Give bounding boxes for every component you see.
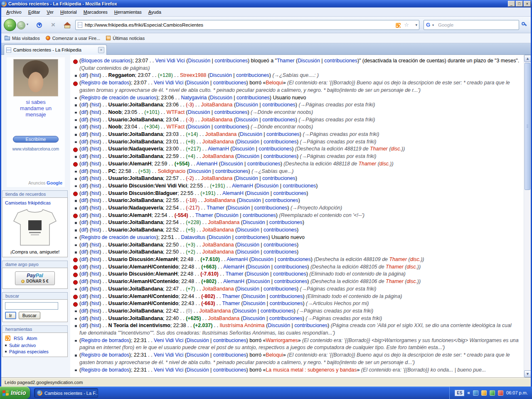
link[interactable]: contribuciones: [236, 95, 270, 101]
red-link[interactable]: JoitaBandana: [204, 197, 236, 203]
link[interactable]: Registro de creación de usuarios: [81, 95, 156, 101]
tab-close-button[interactable]: ×: [98, 47, 104, 53]
link[interactable]: Discusión: [188, 58, 210, 64]
comment-link[interactable]: disc.: [379, 161, 390, 167]
link[interactable]: Discusión: [221, 161, 243, 167]
red-link[interactable]: Warriorgames: [266, 337, 298, 343]
link[interactable]: dif: [81, 315, 86, 321]
link[interactable]: AlemanH: [232, 183, 253, 189]
link[interactable]: Discusión: [247, 190, 269, 196]
link[interactable]: hist: [91, 72, 99, 78]
menu-ver[interactable]: Ver: [43, 8, 57, 16]
link[interactable]: dif: [81, 308, 86, 314]
link[interactable]: dif: [81, 212, 86, 218]
comment-link[interactable]: Thamer: [358, 161, 376, 167]
link[interactable]: hist: [91, 227, 99, 233]
search-go-button-sidebar[interactable]: Ir: [5, 312, 16, 319]
link[interactable]: contribuciones: [264, 249, 297, 255]
page-link[interactable]: Noob: [108, 109, 122, 115]
link[interactable]: contribuciones: [262, 117, 296, 123]
page-link[interactable]: Teoría del incentivismo: [113, 323, 170, 328]
link[interactable]: AlemanH: [222, 190, 244, 196]
menu-historial[interactable]: Historial: [57, 8, 80, 16]
search-box[interactable]: G ▾ Google: [424, 20, 519, 30]
link[interactable]: AlemanH: [227, 256, 248, 262]
comment-link[interactable]: disc.: [406, 264, 417, 270]
link[interactable]: Discusión: [236, 102, 258, 108]
red-link[interactable]: JoitaBandana: [202, 286, 234, 292]
link[interactable]: Discusión: [188, 124, 210, 130]
menu-archivo[interactable]: Archivo: [3, 8, 25, 16]
url-input[interactable]: [85, 21, 376, 29]
link[interactable]: hist: [91, 190, 99, 196]
tray-expand-chevron[interactable]: «: [467, 390, 470, 396]
link[interactable]: AlemanH: [208, 146, 229, 152]
ad-button[interactable]: Escribíme: [13, 136, 59, 143]
search-full-button[interactable]: Buscar: [19, 312, 40, 319]
link[interactable]: dif: [81, 278, 86, 284]
link[interactable]: dif: [81, 131, 86, 137]
link[interactable]: Thamer: [226, 271, 244, 277]
page-link[interactable]: Usuario:JoitaBandana: [108, 102, 163, 108]
red-link[interactable]: Streex1988: [180, 72, 206, 78]
language-indicator[interactable]: ES: [455, 390, 464, 396]
comment-link[interactable]: Thamer: [370, 146, 388, 152]
link[interactable]: contribuciones: [259, 146, 292, 152]
bookmark-comenzar[interactable]: Comenzar a usar Fire...: [46, 36, 101, 41]
link[interactable]: Thamer: [277, 58, 295, 64]
link[interactable]: Discusión: [189, 168, 211, 174]
red-link[interactable]: La musica metal : subgeneros y bandas: [266, 367, 357, 373]
link[interactable]: Datavoltus: [181, 234, 206, 240]
page-link[interactable]: Usuario:JoitaBandana: [108, 308, 163, 314]
link[interactable]: dif: [81, 323, 86, 328]
link[interactable]: dif: [81, 153, 86, 159]
link[interactable]: hist: [91, 183, 99, 189]
red-link[interactable]: WTFact: [167, 124, 185, 130]
link[interactable]: AlemanH: [196, 161, 217, 167]
link[interactable]: Discusión: [236, 117, 258, 123]
link[interactable]: contribuciones: [213, 337, 246, 343]
link[interactable]: hist: [91, 146, 99, 152]
page-link[interactable]: Usuario Discusión:AlemanH: [108, 271, 178, 277]
link[interactable]: hist: [91, 161, 99, 167]
link[interactable]: contribuciones: [213, 80, 246, 86]
wiki-search-input[interactable]: [5, 302, 58, 310]
red-link[interactable]: JoitaBandana: [202, 153, 234, 159]
link[interactable]: Thamer: [207, 205, 224, 211]
special-pages-link[interactable]: Páginas especiales: [9, 349, 49, 354]
link[interactable]: dif: [81, 139, 86, 145]
link[interactable]: hist: [91, 117, 99, 123]
link[interactable]: contribuciones: [214, 124, 248, 130]
menu-herramientas[interactable]: Herramientas: [111, 8, 145, 16]
red-link[interactable]: JoitaBandana: [201, 102, 233, 108]
link[interactable]: dif: [81, 256, 86, 262]
link[interactable]: Discusión: [216, 212, 239, 218]
page-link[interactable]: Usuario:JoitaBandana: [108, 249, 163, 255]
taskbar-task-firefox[interactable]: Cambios recientes - La F...: [34, 388, 98, 398]
forward-button[interactable]: →: [17, 21, 25, 30]
tshirt-image[interactable]: [5, 207, 65, 248]
page-link[interactable]: Usuario:Nadaquever/a: [108, 146, 163, 152]
link[interactable]: Discusión: [268, 323, 290, 328]
link[interactable]: contribuciones: [236, 72, 269, 78]
link[interactable]: contribuciones: [254, 205, 287, 211]
page-link[interactable]: Usuario:JoitaBandana: [108, 315, 163, 321]
shop-link[interactable]: Camisetas frikipédicas: [5, 200, 51, 205]
link[interactable]: contribuciones: [283, 183, 316, 189]
page-link[interactable]: Usuario:JoitaBandana: [108, 219, 163, 225]
link[interactable]: Veni Vidi Vici: [155, 58, 185, 64]
link[interactable]: contribuciones: [214, 58, 248, 64]
link[interactable]: dif: [81, 161, 86, 167]
link[interactable]: Discusión: [237, 286, 259, 292]
vertical-scrollbar[interactable]: ▲ ▼: [524, 55, 531, 377]
link[interactable]: dif: [81, 271, 86, 277]
link[interactable]: Thamer: [222, 300, 240, 306]
link[interactable]: dif: [81, 183, 86, 189]
menu-ayuda[interactable]: Ayuda: [145, 8, 165, 16]
red-link[interactable]: Beloqui: [266, 80, 283, 86]
link[interactable]: contribuciones: [324, 58, 357, 64]
link[interactable]: Discusión: [232, 146, 254, 152]
link[interactable]: dif: [81, 264, 86, 270]
link[interactable]: hist: [91, 139, 99, 145]
link[interactable]: hist: [91, 256, 99, 262]
